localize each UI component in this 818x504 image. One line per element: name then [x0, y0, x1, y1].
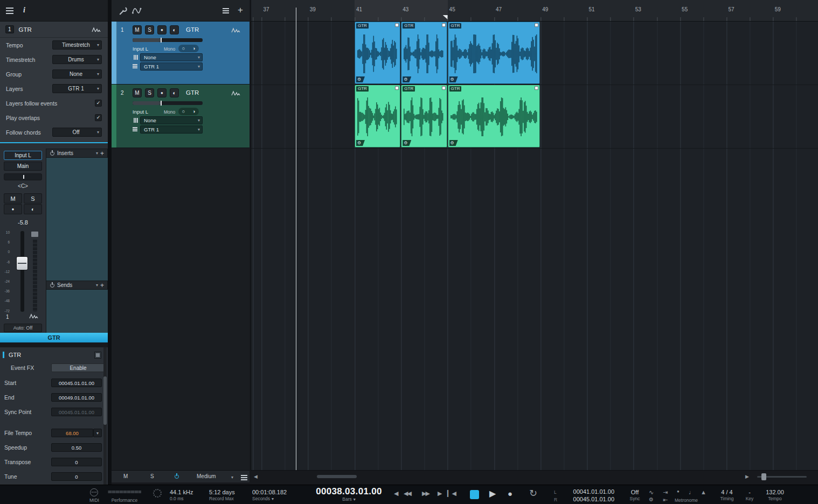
play-button[interactable]: ▶: [489, 488, 496, 499]
step-back-button[interactable]: ◀: [394, 490, 398, 497]
follow-chords-select[interactable]: Off▾: [52, 128, 102, 137]
tempo-block[interactable]: 132.00 Tempo: [761, 488, 789, 502]
clip-resize-handle[interactable]: [535, 23, 538, 27]
timesig-block[interactable]: 4 / 4 Timing: [715, 488, 739, 502]
clip-fx-icon[interactable]: ⚙: [356, 140, 365, 146]
fader-track[interactable]: [20, 231, 24, 312]
track-mute-button[interactable]: M: [133, 25, 142, 34]
layer-select[interactable]: GTR 1▾: [140, 62, 203, 71]
return-to-start-button[interactable]: ▎◀: [447, 490, 456, 497]
automation-curve-icon[interactable]: [132, 7, 142, 15]
clip-fx-icon[interactable]: ⚙: [356, 76, 365, 82]
output-select[interactable]: Main: [4, 162, 42, 171]
add-track-button[interactable]: +: [238, 5, 243, 16]
fader-value[interactable]: -5.8: [0, 219, 46, 226]
performance-meter[interactable]: [108, 491, 141, 493]
scrollbar[interactable]: [103, 347, 107, 485]
tempo-mode-select[interactable]: Timestretch▾: [52, 40, 102, 50]
clip-fx-icon[interactable]: ⚙: [403, 140, 411, 146]
record-dot-icon[interactable]: ●: [677, 489, 680, 494]
clip-resize-handle[interactable]: [395, 86, 399, 90]
layer-select[interactable]: GTR 1▾: [140, 125, 203, 134]
loop-region[interactable]: [355, 0, 448, 22]
clip-fx-icon[interactable]: ⚙: [449, 140, 458, 146]
play-overlaps-checkbox[interactable]: ✓: [95, 114, 102, 121]
add-send-button[interactable]: +: [100, 283, 104, 288]
audio-clip[interactable]: GTR⚙: [401, 22, 447, 84]
global-mute-button[interactable]: M: [123, 473, 128, 479]
main-time-block[interactable]: 00038.03.01.00 Bars▾: [310, 487, 388, 502]
punch-out-icon[interactable]: ⇤: [663, 496, 668, 503]
secondary-time-unit[interactable]: Seconds: [252, 496, 270, 502]
arrangement-grid[interactable]: GTR⚙GTR⚙GTR⚙ GTR⚙GTR⚙GTR⚙: [251, 22, 818, 470]
track-monitor-button[interactable]: ◐: [170, 25, 179, 34]
track-list-menu-icon[interactable]: [223, 8, 229, 9]
mute-button[interactable]: M: [4, 193, 22, 204]
power-icon[interactable]: [50, 151, 55, 156]
track-mute-button[interactable]: M: [133, 88, 142, 97]
stop-button[interactable]: [470, 490, 479, 499]
track-input-label[interactable]: Input L: [133, 109, 148, 115]
track-solo-button[interactable]: S: [145, 88, 154, 97]
track-solo-button[interactable]: S: [145, 25, 154, 34]
loop-start-value[interactable]: 00041.01.01.00: [559, 488, 614, 495]
end-field[interactable]: 00049.01.01.00: [51, 393, 102, 402]
scrollbar-thumb[interactable]: [103, 376, 107, 425]
sync-point-field[interactable]: 00045.01.01.00: [51, 408, 102, 416]
collapse-icon[interactable]: ▾: [96, 283, 98, 288]
main-time-unit[interactable]: Bars: [342, 496, 351, 502]
audio-clip[interactable]: GTR⚙: [448, 22, 540, 84]
clip-resize-handle[interactable]: [442, 23, 446, 27]
speedup-field[interactable]: 0.50: [51, 443, 102, 452]
transpose-field[interactable]: 0: [51, 458, 102, 466]
timeline-ruler[interactable]: 373941434547495153555759: [251, 0, 818, 22]
fast-forward-button[interactable]: ▶▶: [422, 490, 429, 497]
channel-tab[interactable]: GTR: [0, 333, 108, 342]
main-time-display[interactable]: 00038.03.01.00: [310, 487, 388, 496]
clip-resize-handle[interactable]: [442, 86, 446, 90]
timesig-value[interactable]: 4 / 4: [715, 488, 739, 496]
audio-clip[interactable]: GTR⚙: [401, 85, 447, 148]
track-volume-slider[interactable]: [133, 101, 203, 105]
clip-fx-icon[interactable]: ⚙: [403, 76, 411, 82]
secondary-time-block[interactable]: 00:01:08.182 Seconds▾: [252, 488, 287, 502]
event-fx-enable-button[interactable]: Enable: [51, 363, 105, 372]
instrument-select[interactable]: None▾: [140, 53, 203, 61]
metronome-icon[interactable]: ▲: [701, 489, 706, 495]
playhead[interactable]: [296, 8, 296, 470]
timestretch-select[interactable]: Drums▾: [52, 55, 102, 64]
track-volume-slider[interactable]: [133, 38, 203, 42]
track-mono-label[interactable]: Mono: [164, 46, 175, 52]
layers-follow-checkbox[interactable]: ✓: [95, 100, 102, 107]
loop-end-marker[interactable]: [443, 15, 448, 19]
key-value[interactable]: -: [741, 488, 758, 496]
preroll-icon[interactable]: ∿: [649, 489, 654, 496]
layers-select[interactable]: GTR 1▾: [52, 84, 102, 93]
fader-handle[interactable]: [16, 256, 28, 270]
sync-value[interactable]: Off: [623, 488, 647, 496]
footer-menu-icon[interactable]: [241, 475, 247, 476]
zoom-slider-handle[interactable]: [761, 473, 766, 480]
audio-clip[interactable]: GTR⚙: [355, 22, 400, 84]
playback-quality-select[interactable]: Medium: [197, 473, 216, 479]
event-mute-checkbox[interactable]: [94, 352, 101, 359]
clip-fx-icon[interactable]: ⚙: [449, 76, 458, 82]
sends-list[interactable]: [46, 290, 108, 334]
pan-value[interactable]: <C>: [0, 183, 46, 189]
note-icon[interactable]: ♩: [689, 489, 695, 495]
wrench-icon[interactable]: [118, 6, 128, 16]
clip-resize-handle[interactable]: [395, 23, 399, 27]
track-input-label[interactable]: Input L: [133, 46, 148, 52]
audio-clip[interactable]: GTR⚙: [355, 85, 400, 148]
loop-button[interactable]: ↻: [529, 487, 537, 499]
info-icon[interactable]: i: [23, 6, 25, 15]
menu-icon[interactable]: [6, 8, 13, 9]
record-arm-button[interactable]: ●: [4, 204, 22, 214]
start-field[interactable]: 00045.01.01.00: [51, 379, 102, 387]
punch-in-icon[interactable]: ⇥: [663, 489, 668, 496]
tempo-value[interactable]: 132.00: [761, 488, 789, 496]
key-block[interactable]: - Key: [741, 488, 758, 502]
track-color-strip[interactable]: [112, 22, 117, 84]
scroll-left-button[interactable]: ◀: [254, 474, 258, 479]
track-record-button[interactable]: ●: [157, 88, 167, 97]
